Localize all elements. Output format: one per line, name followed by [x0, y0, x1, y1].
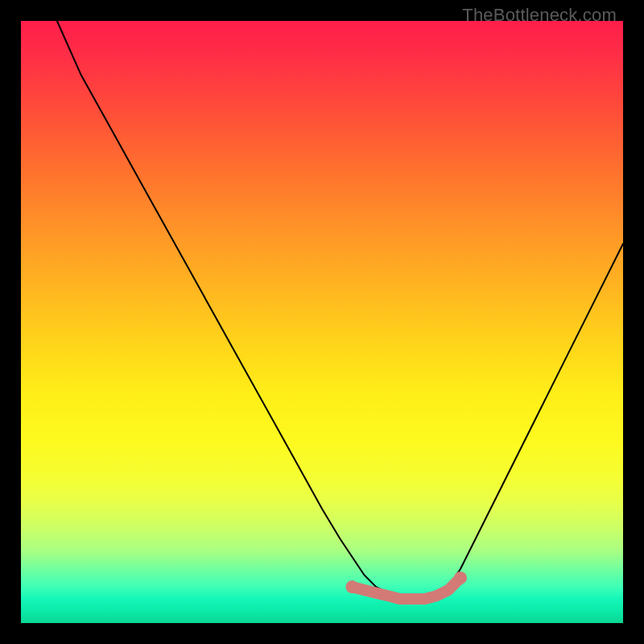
plot-area — [21, 21, 623, 623]
gradient-background — [21, 21, 623, 623]
chart-frame: TheBottleneck.com — [0, 0, 644, 644]
